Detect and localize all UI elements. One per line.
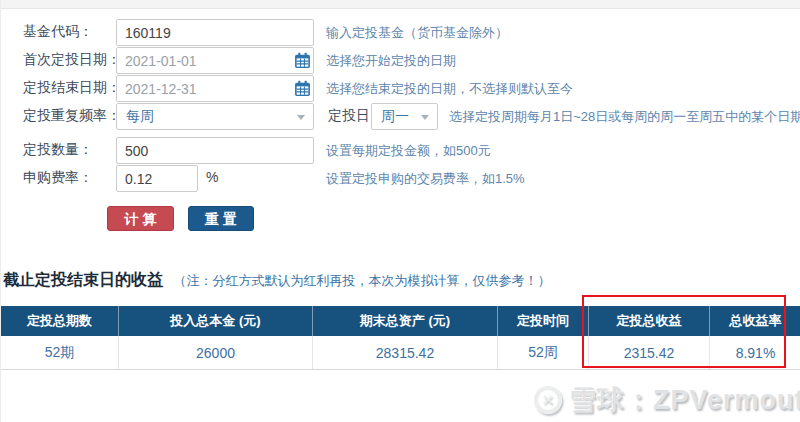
results-title-text: 截止定投结束日的收益 <box>3 271 163 288</box>
xueqiu-logo-icon: ✕ <box>534 386 562 414</box>
amount-hint: 设置每期定投金额，如500元 <box>326 142 491 160</box>
results-table-data-row: 52期 26000 28315.42 52周 2315.42 8.91% <box>1 336 800 370</box>
results-title: 截止定投结束日的收益 （注：分红方式默认为红利再投，本次为模拟计算，仅供参考！） <box>3 270 800 291</box>
header-return-rate: 总收益率 <box>709 306 800 336</box>
results-table-header-row: 定投总期数 投入总本金 (元) 期末总资产 (元) 定投时间 定投总收益 总收益… <box>1 306 800 336</box>
form-row-fee-rate: 申购费率： % 设置定投申购的交易费率，如1.5% <box>1 165 800 192</box>
header-total-assets: 期末总资产 (元) <box>312 306 497 336</box>
value-total-assets: 28315.42 <box>312 336 497 369</box>
fund-code-hint: 输入定投基金（货币基金除外） <box>326 24 508 42</box>
invest-day-selected-value: 周一 <box>372 108 409 126</box>
start-date-input[interactable] <box>116 47 314 74</box>
form-row-fund-code: 基金代码： 输入定投基金（货币基金除外） <box>1 19 800 46</box>
start-date-hint: 选择您开始定投的日期 <box>326 52 456 70</box>
end-date-label: 定投结束日期： <box>23 79 121 97</box>
frequency-hint: 选择定投周期每月1日~28日或每周的周一至周五中的某个日期 <box>449 108 800 126</box>
value-invest-time: 52周 <box>497 336 588 369</box>
calendar-icon[interactable] <box>294 52 311 69</box>
form-row-start-date: 首次定投日期： 选择您开始定投的日期 <box>1 47 800 74</box>
value-total-principal: 26000 <box>118 336 312 369</box>
results-note: （注：分红方式默认为红利再投，本次为模拟计算，仅供参考！） <box>173 273 550 288</box>
fund-code-label: 基金代码： <box>23 23 93 41</box>
chevron-down-icon <box>421 115 429 120</box>
amount-label: 定投数量： <box>23 141 93 159</box>
calculate-button[interactable]: 计 算 <box>107 206 174 231</box>
reset-button[interactable]: 重 置 <box>188 206 254 231</box>
header-total-periods: 定投总期数 <box>1 306 118 336</box>
fee-rate-input[interactable] <box>116 165 198 192</box>
form-row-frequency: 定投重复频率： 每周 定投日 周一 选择定投周期每月1日~28日或每周的周一至周… <box>1 103 800 130</box>
percent-suffix: % <box>206 169 218 185</box>
fee-rate-hint: 设置定投申购的交易费率，如1.5% <box>326 170 525 188</box>
end-date-hint: 选择您结束定投的日期，不选择则默认至今 <box>326 80 573 98</box>
fund-code-input[interactable] <box>116 19 314 46</box>
header-total-principal: 投入总本金 (元) <box>118 306 312 336</box>
amount-input[interactable] <box>116 137 314 164</box>
header-invest-time: 定投时间 <box>497 306 588 336</box>
results-table: 定投总期数 投入总本金 (元) 期末总资产 (元) 定投时间 定投总收益 总收益… <box>1 306 800 370</box>
form-row-end-date: 定投结束日期： 选择您结束定投的日期，不选择则默认至今 <box>1 75 800 102</box>
frequency-selected-value: 每周 <box>117 108 154 126</box>
value-total-periods: 52期 <box>1 336 118 369</box>
invest-day-label: 定投日 <box>328 107 370 125</box>
header-total-profit: 定投总收益 <box>588 306 709 336</box>
value-total-profit: 2315.42 <box>588 336 709 369</box>
calendar-icon[interactable] <box>294 80 311 97</box>
frequency-select[interactable]: 每周 <box>116 103 314 130</box>
watermark-text: 雪球：ZPVermouth <box>569 382 800 418</box>
end-date-input[interactable] <box>116 75 314 102</box>
form-actions: 计 算 重 置 <box>1 206 800 233</box>
fee-rate-label: 申购费率： <box>23 169 93 187</box>
fund-aip-calculator-page: 基金代码： 输入定投基金（货币基金除外） 首次定投日期： 选择您开始定投的日期 … <box>0 0 800 422</box>
watermark: ✕ 雪球：ZPVermouth <box>534 382 800 418</box>
invest-day-select[interactable]: 周一 <box>371 103 438 130</box>
frequency-label: 定投重复频率： <box>23 107 121 125</box>
form-row-amount: 定投数量： 设置每期定投金额，如500元 <box>1 137 800 164</box>
value-return-rate: 8.91% <box>709 336 800 369</box>
start-date-label: 首次定投日期： <box>23 51 121 69</box>
chevron-down-icon <box>297 115 305 120</box>
top-divider <box>1 0 800 9</box>
